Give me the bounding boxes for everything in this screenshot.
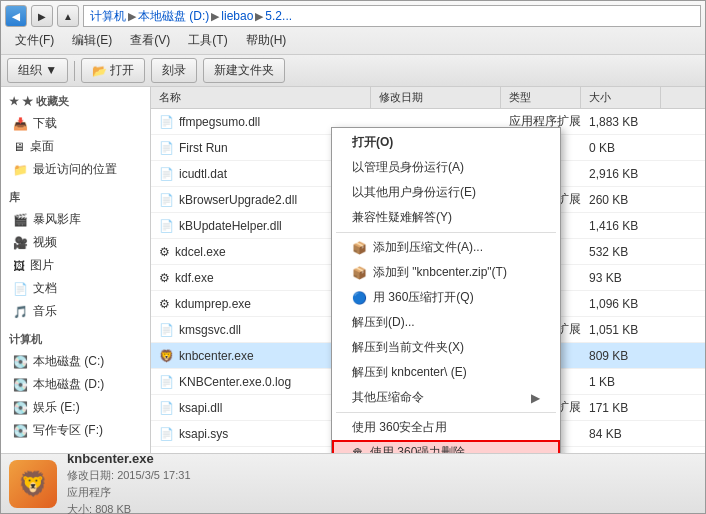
status-file-icon: 🦁: [9, 460, 57, 508]
ctx-run-other[interactable]: 以其他用户身份运行(E): [332, 180, 560, 205]
organize-button[interactable]: 组织 ▼: [7, 58, 68, 83]
library-header: 库: [1, 187, 150, 208]
zip-open-icon: 🔵: [352, 291, 367, 305]
ctx-compat[interactable]: 兼容性疑难解答(Y): [332, 205, 560, 230]
music-label: 音乐: [33, 303, 57, 320]
ctx-360-delete[interactable]: 🗑使用 360强力删除: [332, 440, 560, 453]
menu-bar: 文件(F) 编辑(E) 查看(V) 工具(T) 帮助(H): [5, 29, 701, 52]
sidebar-item-music[interactable]: 🎵 音乐: [1, 300, 150, 323]
status-size-value: 808 KB: [95, 503, 131, 515]
sidebar-item-docs[interactable]: 📄 文档: [1, 277, 150, 300]
sidebar-item-drive-e[interactable]: 💽 娱乐 (E:): [1, 396, 150, 419]
file-icon: 📄: [159, 141, 174, 155]
drive-d-label: 本地磁盘 (D:): [33, 376, 104, 393]
file-icon: 📄: [159, 375, 174, 389]
file-list-area: 名称 修改日期 类型 大小 📄ffmpegsumo.dll 应用程序扩展 1,8…: [151, 87, 705, 453]
ctx-extract-folder[interactable]: 解压到 knbcenter\ (E): [332, 360, 560, 385]
sidebar-item-recent[interactable]: 📁 最近访问的位置: [1, 158, 150, 181]
menu-tools[interactable]: 工具(T): [180, 30, 235, 51]
file-icon: 📄: [159, 193, 174, 207]
menu-edit[interactable]: 编辑(E): [64, 30, 120, 51]
sidebar-item-desktop[interactable]: 🖥 桌面: [1, 135, 150, 158]
open-icon: 📂: [92, 64, 107, 78]
ctx-open-360zip[interactable]: 🔵用 360压缩打开(Q): [332, 285, 560, 310]
address-bar: ◀ ▶ ▲ 计算机 ▶ 本地磁盘 (D:) ▶ liebao ▶ 5.2...: [5, 3, 701, 29]
path-liebao[interactable]: liebao: [221, 9, 253, 23]
up-button[interactable]: ▲: [57, 5, 79, 27]
archive-icon: 📦: [352, 241, 367, 255]
status-text: knbcenter.exe 修改日期: 2015/3/5 17:31 应用程序 …: [67, 451, 191, 515]
zip-icon: 📦: [352, 266, 367, 280]
status-app-icon: 🦁: [18, 470, 48, 498]
status-date-label: 修改日期:: [67, 469, 114, 481]
col-header-size[interactable]: 大小: [581, 87, 661, 108]
sidebar: ★ ★ 收藏夹 📥 下载 🖥 桌面 📁 最近访问的位置 库: [1, 87, 151, 453]
status-type-label: 应用程序: [67, 486, 111, 498]
path-version[interactable]: 5.2...: [265, 9, 292, 23]
ctx-add-archive[interactable]: 📦添加到压缩文件(A)...: [332, 235, 560, 260]
back-button[interactable]: ◀: [5, 5, 27, 27]
path-computer[interactable]: 计算机: [90, 8, 126, 25]
context-menu: 打开(O) 以管理员身份运行(A) 以其他用户身份运行(E) 兼容性疑难解答(Y…: [331, 127, 561, 453]
storm-label: 暴风影库: [33, 211, 81, 228]
burn-button[interactable]: 刻录: [151, 58, 197, 83]
sidebar-item-drive-f[interactable]: 💽 写作专区 (F:): [1, 419, 150, 442]
star-icon: ★: [9, 95, 19, 108]
new-folder-label: 新建文件夹: [214, 62, 274, 79]
ctx-add-zip[interactable]: 📦添加到 "knbcenter.zip"(T): [332, 260, 560, 285]
path-sep-3: ▶: [255, 10, 263, 23]
download-label: 下载: [33, 115, 57, 132]
ctx-sep-1: [336, 232, 556, 233]
sidebar-item-pictures[interactable]: 🖼 图片: [1, 254, 150, 277]
ctx-extract-to[interactable]: 解压到(D)...: [332, 310, 560, 335]
menu-help[interactable]: 帮助(H): [238, 30, 295, 51]
sidebar-item-storm[interactable]: 🎬 暴风影库: [1, 208, 150, 231]
path-drive[interactable]: 本地磁盘 (D:): [138, 8, 209, 25]
sidebar-item-video[interactable]: 🎥 视频: [1, 231, 150, 254]
file-icon: ⚙: [159, 245, 170, 259]
library-section: 库 🎬 暴风影库 🎥 视频 🖼 图片 📄 文档: [1, 187, 150, 323]
pictures-icon: 🖼: [13, 259, 25, 273]
file-icon: ⚙: [159, 271, 170, 285]
sidebar-item-drive-c[interactable]: 💽 本地磁盘 (C:): [1, 350, 150, 373]
ctx-extract-here[interactable]: 解压到当前文件夹(X): [332, 335, 560, 360]
main-area: ★ ★ 收藏夹 📥 下载 🖥 桌面 📁 最近访问的位置 库: [1, 87, 705, 453]
file-icon: 📄: [159, 453, 174, 454]
status-size: 大小: 808 KB: [67, 502, 191, 515]
docs-icon: 📄: [13, 282, 28, 296]
status-date-value: 2015/3/5 17:31: [117, 469, 190, 481]
file-icon: 📄: [159, 219, 174, 233]
library-label: 库: [9, 190, 20, 205]
recent-label: 最近访问的位置: [33, 161, 117, 178]
ctx-360-safe[interactable]: 使用 360安全占用: [332, 415, 560, 440]
ctx-more-compress[interactable]: 其他压缩命令▶: [332, 385, 560, 410]
forward-button[interactable]: ▶: [31, 5, 53, 27]
favorites-header: ★ ★ 收藏夹: [1, 91, 150, 112]
ctx-run-admin[interactable]: 以管理员身份运行(A): [332, 155, 560, 180]
file-icon: ⚙: [159, 297, 170, 311]
organize-label: 组织 ▼: [18, 62, 57, 79]
favorites-section: ★ ★ 收藏夹 📥 下载 🖥 桌面 📁 最近访问的位置: [1, 91, 150, 181]
sidebar-item-drive-d[interactable]: 💽 本地磁盘 (D:): [1, 373, 150, 396]
storm-icon: 🎬: [13, 213, 28, 227]
col-header-name[interactable]: 名称: [151, 87, 371, 108]
address-path[interactable]: 计算机 ▶ 本地磁盘 (D:) ▶ liebao ▶ 5.2...: [83, 5, 701, 27]
menu-file[interactable]: 文件(F): [7, 30, 62, 51]
music-icon: 🎵: [13, 305, 28, 319]
file-icon: 📄: [159, 323, 174, 337]
open-button[interactable]: 📂 打开: [81, 58, 145, 83]
path-sep-2: ▶: [211, 10, 219, 23]
sidebar-item-download[interactable]: 📥 下载: [1, 112, 150, 135]
menu-view[interactable]: 查看(V): [122, 30, 178, 51]
delete-icon: 🗑: [352, 446, 364, 454]
col-header-date[interactable]: 修改日期: [371, 87, 501, 108]
col-header-type[interactable]: 类型: [501, 87, 581, 108]
ctx-open[interactable]: 打开(O): [332, 130, 560, 155]
path-sep-1: ▶: [128, 10, 136, 23]
video-label: 视频: [33, 234, 57, 251]
drive-c-label: 本地磁盘 (C:): [33, 353, 104, 370]
status-type: 应用程序: [67, 485, 191, 500]
new-folder-button[interactable]: 新建文件夹: [203, 58, 285, 83]
drive-f-label: 写作专区 (F:): [33, 422, 103, 439]
status-date: 修改日期: 2015/3/5 17:31: [67, 468, 191, 483]
